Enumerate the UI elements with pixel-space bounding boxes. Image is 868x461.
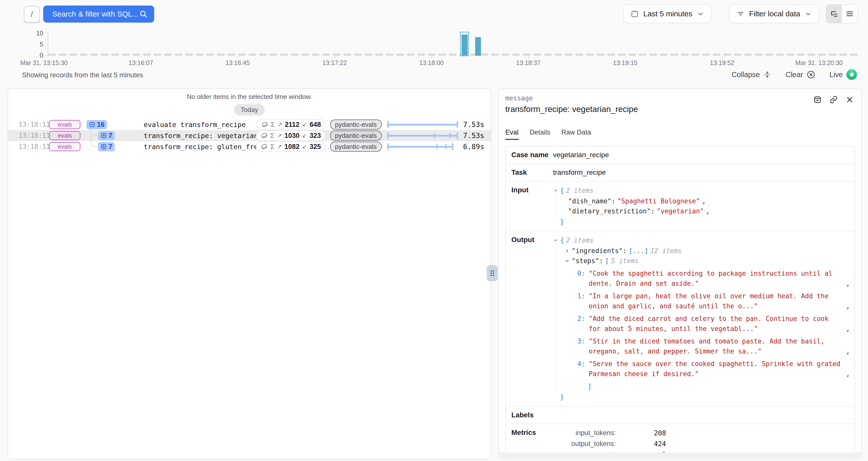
clear-button[interactable]: Clear: [785, 70, 815, 79]
json-collapsed-summary: [...]: [629, 246, 648, 256]
json-expanded-array: "steps": [ 5 items: [565, 256, 850, 266]
x-axis-label: 13:18:37: [516, 59, 540, 66]
collapse-span-badge[interactable]: 16: [86, 120, 107, 129]
output-json-tree[interactable]: { 2 items "ingredients": [...] 12 items: [553, 235, 850, 402]
horizontal-scrollbar[interactable]: [499, 453, 861, 459]
chevron-down-icon[interactable]: [565, 258, 569, 264]
framework-tag[interactable]: pydantic-evals: [330, 130, 382, 141]
chevron-right-icon[interactable]: [565, 248, 569, 253]
search-input[interactable]: Search & filter with SQL...: [43, 5, 154, 23]
dock-panel-icon[interactable]: [813, 95, 822, 104]
x-axis-label: Mar 31. 13:20:30: [795, 59, 843, 66]
input-tokens-arrow-icon: ↗: [277, 132, 282, 139]
case-name-row: Case name vegetarian_recipe: [506, 146, 855, 164]
collapse-button[interactable]: Collapse: [732, 70, 772, 79]
table-row[interactable]: 13:18:11 evals 16 evaluate transform_rec…: [8, 119, 491, 130]
panel-resize-handle[interactable]: [487, 265, 498, 281]
sigma-icon: Σ: [270, 132, 274, 140]
live-label: Live: [830, 70, 843, 79]
input-tokens-count: 2112: [285, 121, 300, 128]
json-string-value: "Serve the sauce over the cooked spaghet…: [589, 359, 843, 379]
span-name[interactable]: evaluate transform_recipe: [144, 121, 257, 128]
live-toggle-button[interactable]: Live: [830, 69, 857, 80]
json-string-value: "Add the diced carrot and celery to the …: [589, 314, 843, 334]
selected-bar-highlight[interactable]: [460, 32, 469, 56]
json-comma: ,: [846, 369, 850, 379]
chevron-down-icon[interactable]: [553, 188, 558, 193]
chevron-down-icon: [697, 10, 704, 17]
table-row-selected[interactable]: 13:18:11 evals 7 transform_recipe: veget…: [8, 130, 491, 141]
json-collapsed-array: "ingredients": [...] 12 items: [565, 246, 850, 256]
chevron-down-icon[interactable]: [553, 238, 558, 243]
span-name[interactable]: transform_recipe: gluten_free_recipe: [144, 143, 256, 151]
json-array-item: 3: "Stir in the diced tomatoes and tomat…: [571, 336, 850, 356]
json-key: "ingredients":: [571, 246, 627, 256]
slash-shortcut-key: /: [24, 6, 40, 23]
slash-shortcut-label: /: [31, 10, 33, 19]
service-tag[interactable]: evals: [49, 142, 81, 151]
x-axis-label: 13:19:15: [613, 59, 638, 66]
json-string-value: "vegetarian": [656, 206, 704, 216]
expand-span-badge[interactable]: 7: [98, 131, 115, 141]
time-range-label: Last 5 minutes: [643, 9, 692, 18]
token-usage-badge[interactable]: Σ ↗1030 ↙323: [256, 130, 325, 141]
day-divider-pill[interactable]: Today: [234, 104, 265, 116]
service-tag[interactable]: evals: [49, 131, 81, 140]
copy-link-icon[interactable]: [829, 95, 838, 104]
histogram-bar[interactable]: [462, 35, 468, 56]
trace-list-panel: No older items in the selected time wind…: [7, 88, 491, 460]
close-icon[interactable]: [845, 95, 854, 104]
framework-tag[interactable]: pydantic-evals: [330, 120, 382, 129]
duration-text: 7.53s: [458, 131, 484, 140]
metric-key: output_tokens:: [553, 440, 616, 448]
input-tokens-count: 1082: [285, 143, 300, 151]
json-index: 2:: [571, 314, 585, 334]
token-usage-badge[interactable]: Σ ↗2112 ↙648: [257, 119, 326, 130]
output-tokens-count: 325: [310, 143, 321, 151]
tab-details[interactable]: Details: [530, 128, 551, 140]
service-tag[interactable]: evals: [49, 120, 81, 129]
chart-plot-area[interactable]: [48, 32, 859, 56]
json-open-bracket: [: [605, 256, 609, 266]
filter-label: Filter local data: [749, 9, 800, 18]
tree-view-toggle[interactable]: [826, 5, 842, 23]
duration-text: 7.53s: [458, 121, 484, 129]
span-count: 7: [108, 132, 112, 140]
metric-item: input_tokens: 208: [553, 429, 666, 437]
chart-baseline: [48, 54, 859, 56]
framework-tag[interactable]: pydantic-evals: [330, 142, 382, 152]
case-name-label: Case name: [506, 146, 553, 163]
json-index: 3:: [571, 336, 585, 356]
x-axis-label: 13:16:45: [225, 59, 250, 66]
token-usage-badge[interactable]: Σ ↗1082 ↙325: [256, 141, 325, 152]
span-count: 7: [108, 143, 112, 151]
top-bar: / Search & filter with SQL... Last 5 min…: [0, 0, 868, 28]
histogram-bar[interactable]: [475, 37, 481, 56]
time-range-button[interactable]: Last 5 minutes: [623, 4, 711, 23]
showing-records-text: Showing records from the last 5 minutes: [22, 71, 143, 79]
json-comma: ,: [846, 301, 850, 311]
minus-square-icon: [89, 121, 95, 128]
expand-span-badge[interactable]: 7: [98, 142, 115, 151]
table-row[interactable]: 13:18:11 evals 7 transform_recipe: glute…: [8, 141, 491, 152]
list-view-toggle[interactable]: [842, 5, 858, 23]
collapse-icon: [763, 70, 771, 79]
x-axis-ticks: [44, 56, 819, 59]
json-string-value: "Stir in the diced tomatoes and tomato p…: [589, 336, 843, 356]
filter-local-data-button[interactable]: Filter local data: [729, 4, 819, 23]
duration-text: 6.89s: [458, 143, 484, 151]
json-index: 4:: [571, 359, 585, 379]
output-tokens-count: 648: [310, 121, 321, 128]
metric-value: 424: [616, 440, 666, 448]
output-tokens-arrow-icon: ↙: [302, 132, 307, 139]
live-indicator-icon: [846, 69, 857, 80]
timeline-chart[interactable]: 10 5 0 Mar 31. 13:15:30 13:16:07 13:16:4…: [0, 30, 868, 67]
input-tokens-arrow-icon: ↗: [277, 143, 282, 150]
json-items-count: 2 items: [566, 186, 594, 195]
tab-raw-data[interactable]: Raw Data: [561, 128, 591, 140]
input-json-tree[interactable]: { 2 items "dish_name": "Spaghetti Bologn…: [553, 186, 850, 227]
span-name[interactable]: transform_recipe: vegetarian_recipe: [144, 132, 256, 140]
duration-bar: [387, 121, 458, 128]
tab-eval[interactable]: Eval: [505, 128, 519, 140]
json-array-item: 2: "Add the diced carrot and celery to t…: [571, 314, 850, 334]
